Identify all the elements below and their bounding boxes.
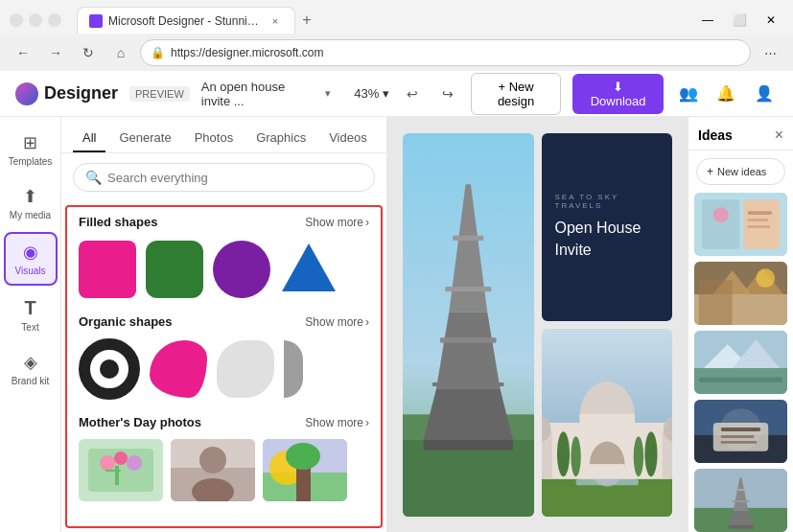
svg-rect-41 [575,478,638,485]
sidebar-item-text[interactable]: T Text [4,289,58,340]
new-tab-button[interactable]: + [295,9,318,32]
search-icon: 🔍 [85,170,102,185]
nav-bar: ← → ↻ ⌂ 🔒 https://designer.microsoft.com… [0,35,793,71]
visuals-icon: ◉ [23,242,38,263]
mothers-day-photos-grid [79,439,369,501]
svg-rect-56 [747,225,770,228]
photo-thumb-outdoor[interactable] [263,439,347,501]
search-input[interactable] [107,171,362,185]
forward-button[interactable]: → [42,39,69,66]
sidebar-item-templates[interactable]: ⊞ Templates [4,125,58,174]
undo-button[interactable]: ↩ [401,81,424,107]
sidebar-item-visuals[interactable]: ◉ Visuals [4,232,58,286]
templates-label: Templates [9,156,53,167]
tab-all[interactable]: All [73,125,105,152]
tab-close-icon[interactable]: × [268,13,283,29]
window-close-btn[interactable]: ✕ [758,12,783,29]
text-label: Text [21,322,38,333]
download-button[interactable]: ⬇ Download [572,74,664,114]
shape-purple-circle[interactable] [213,241,270,298]
photo-thumb-person[interactable] [171,439,255,501]
filled-shapes-section: Filled shapes Show more › [79,215,369,299]
sidebar-item-my-media[interactable]: ⬆ My media [4,178,58,228]
mothers-day-show-more[interactable]: Show more › [305,416,369,429]
svg-point-4 [114,451,128,465]
home-button[interactable]: ⌂ [107,39,134,66]
organic-shapes-grid [79,338,369,400]
svg-rect-79 [729,525,754,529]
organic-shapes-title: Organic shapes [79,314,173,329]
mothers-day-section: Mother's Day photos Show more › [79,415,369,501]
share-button[interactable]: 👥 [675,79,702,109]
filled-shapes-grid [79,239,369,299]
blob-pink-shape[interactable] [150,340,207,398]
tab-generate[interactable]: Generate [109,125,180,152]
shape-green-square[interactable] [146,241,203,298]
idea-thumb-2[interactable] [694,262,787,325]
photo-thumb-flowers[interactable] [79,439,163,501]
svg-rect-55 [747,219,768,221]
filled-shapes-header: Filled shapes Show more › [79,215,369,229]
zoom-control[interactable]: 43% ▾ [354,86,389,101]
idea-thumb-3[interactable] [694,331,787,394]
svg-rect-81 [733,500,750,502]
svg-rect-73 [721,435,755,438]
plus-icon: + [707,165,713,178]
redo-button[interactable]: ↪ [436,81,459,107]
svg-point-47 [571,436,580,476]
svg-point-10 [199,447,226,474]
text-icon: T [24,297,35,319]
canvas-eiffel-image [403,133,534,517]
invite-title: Open House Invite [555,218,660,261]
svg-rect-74 [721,441,758,444]
chevron-right-icon: › [365,216,369,229]
window-minimize-btn[interactable]: — [694,12,721,29]
svg-point-46 [556,431,569,476]
refresh-button[interactable]: ↻ [75,39,102,66]
browser-menu-btn[interactable]: ⋯ [757,39,783,66]
svg-rect-80 [735,489,747,491]
notifications-button[interactable]: 🔔 [713,79,740,109]
tab-videos[interactable]: Videos [319,125,377,152]
ideas-close-button[interactable]: × [775,127,783,144]
sidebar-item-brand-kit[interactable]: ◈ Brand kit [4,344,58,394]
window-restore-btn[interactable]: ⬜ [725,12,755,29]
visuals-label: Visuals [14,266,45,276]
new-ideas-label: New ideas [717,166,766,177]
svg-rect-28 [432,382,504,386]
url-text: https://designer.microsoft.com [171,46,323,59]
doc-dropdown-icon[interactable]: ▾ [325,87,331,100]
lock-icon: 🔒 [151,46,165,59]
invite-subtitle: SEA TO SKY TRAVELS [555,193,660,210]
new-ideas-button[interactable]: + New ideas [696,158,785,185]
shape-blue-triangle[interactable] [280,239,338,299]
idea-thumb-4[interactable] [694,400,787,463]
blob-gray-shape[interactable] [217,340,274,398]
blob-partial-shape[interactable] [284,340,303,398]
organic-shapes-section: Organic shapes Show more › [79,314,369,400]
filled-shapes-show-more[interactable]: Show more › [305,216,369,229]
svg-rect-6 [115,466,119,485]
organic-shapes-show-more[interactable]: Show more › [305,315,369,329]
browser-tab[interactable]: Microsoft Designer - Stunning d... × [77,7,295,34]
bullseye-shape[interactable] [79,338,140,400]
search-box[interactable]: 🔍 [73,163,375,192]
back-button[interactable]: ← [10,39,36,66]
ideas-thumbnails [688,193,793,532]
new-design-button[interactable]: + New design [471,73,561,115]
brand-kit-label: Brand kit [12,376,49,386]
account-button[interactable]: 👤 [751,79,778,109]
mothers-day-title: Mother's Day photos [79,415,201,429]
svg-rect-51 [702,199,740,248]
svg-rect-24 [424,440,513,451]
tab-photos[interactable]: Photos [185,125,243,152]
idea-thumb-1[interactable] [694,193,787,256]
canvas-area: SEA TO SKY TRAVELS Open House Invite [387,117,688,532]
address-bar[interactable]: 🔒 https://designer.microsoft.com [140,39,751,66]
panel-tabs: All Generate Photos Graphics Videos [61,117,386,153]
idea-thumb-5[interactable] [694,469,787,532]
doc-name[interactable]: An open house invite ... [201,80,315,108]
shape-pink-square[interactable] [79,241,136,298]
tab-graphics[interactable]: Graphics [246,125,315,152]
my-media-icon: ⬆ [23,186,37,207]
